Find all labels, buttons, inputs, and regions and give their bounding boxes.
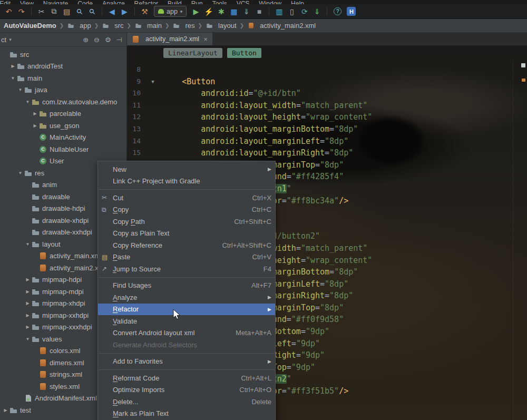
breadcrumb-tag-linearlayout[interactable]: LinearLayout — [163, 48, 222, 58]
menu-item-cut[interactable]: ✂CutCtrl+X — [98, 192, 275, 204]
menu-item-convert-android-layout-xml[interactable]: Convert Android layout xmlMeta+Alt+A — [98, 327, 275, 339]
attach-debugger-icon[interactable]: ⇓ — [241, 6, 252, 17]
tree-arrow-right-icon[interactable]: ▶ — [25, 277, 31, 282]
tree-item-mainactivity[interactable]: MainActivity — [0, 132, 126, 144]
settings-gear-icon[interactable]: ⚙ — [105, 36, 111, 44]
tree-arrow-right-icon[interactable]: ▶ — [25, 289, 31, 294]
breadcrumb-activity-main2-xml[interactable]: activity_main2.xml — [246, 21, 317, 30]
menu-item-jump-to-source[interactable]: ↗Jump to SourceF4 — [98, 263, 275, 275]
replace-icon[interactable]: ⚲ — [84, 4, 100, 19]
code-line-11[interactable]: 11 android:layout_width="match_parent" — [127, 100, 527, 112]
tree-item-use-gson[interactable]: ▶use_gson — [0, 120, 126, 132]
menu-item-mark-as-plain-text[interactable]: Mark as Plain Text — [98, 408, 275, 420]
tree-arrow-right-icon[interactable]: ▶ — [10, 64, 16, 69]
menu-view[interactable]: View — [20, 0, 34, 4]
tree-arrow-right-icon[interactable]: ▶ — [25, 325, 31, 329]
breadcrumb-autovaluedemo[interactable]: AutoValueDemo — [2, 21, 58, 30]
menu-help[interactable]: Help — [291, 0, 304, 4]
copy-icon[interactable]: ⧉ — [48, 6, 60, 17]
debug-icon[interactable]: ✱ — [216, 6, 227, 17]
code-line-13[interactable]: 13 android:layout_marginBottom="8dp" — [127, 123, 527, 135]
tree-item-parcelable[interactable]: ▶parcelable — [0, 108, 126, 120]
tree-item-src[interactable]: src — [0, 48, 126, 61]
locate-file-icon[interactable]: ⊕ — [83, 36, 89, 44]
code-line-8[interactable]: 8 — [127, 64, 527, 76]
breadcrumb-layout[interactable]: layout — [204, 21, 238, 30]
menu-vcs[interactable]: VCS — [237, 0, 250, 4]
sdk-manager-icon[interactable]: ⇓ — [311, 6, 323, 17]
menu-build[interactable]: Build — [168, 0, 182, 4]
menu-item-add-to-favorites[interactable]: Add to Favorites▶ — [98, 356, 275, 368]
panel-caret-icon[interactable]: ▾ — [9, 37, 12, 42]
paste-icon[interactable]: ▤ — [61, 6, 72, 17]
menu-item-copy[interactable]: ⧉CopyCtrl+C — [98, 204, 275, 216]
tree-arrow-down-icon[interactable]: ▼ — [25, 337, 31, 341]
apply-changes-icon[interactable]: ⚡ — [203, 6, 214, 17]
menu-run[interactable]: Run — [191, 0, 203, 4]
tree-item-com-lzw-autovalue-demo[interactable]: ▼com.lzw.autovalue.demo — [0, 96, 126, 108]
breadcrumb-res[interactable]: res — [171, 21, 196, 30]
tab-close-icon[interactable]: × — [203, 35, 208, 43]
breadcrumb-app[interactable]: app — [65, 21, 93, 30]
menu-item-paste[interactable]: ▤PasteCtrl+V — [98, 251, 275, 263]
tree-item-nullableuser[interactable]: NullableUser — [0, 143, 126, 155]
run-config-select[interactable]: app▾ — [154, 6, 187, 17]
device-file-explorer-icon[interactable]: ▥ — [274, 6, 285, 17]
code-line-12[interactable]: 12 android:layout_height="wrap_content" — [127, 111, 527, 123]
tree-arrow-right-icon[interactable]: ▶ — [3, 408, 8, 413]
project-panel-title[interactable]: ct — [1, 36, 6, 44]
menu-tools[interactable]: Tools — [212, 0, 227, 4]
cut-icon[interactable]: ✂ — [36, 6, 47, 17]
tree-arrow-down-icon[interactable]: ▼ — [25, 242, 31, 247]
forward-icon[interactable]: ▶ — [119, 6, 130, 17]
menu-item-refactor[interactable]: Refactor▶ — [98, 304, 275, 316]
menu-item-copy-as-plain-text[interactable]: Copy as Plain Text — [98, 228, 275, 240]
hms-tool-icon[interactable]: H — [347, 7, 356, 16]
menu-item-new[interactable]: New▶ — [98, 163, 275, 175]
back-icon[interactable]: ◀ — [106, 6, 118, 17]
menu-item-link-c-project-with-gradle[interactable]: Link C++ Project with Gradle — [98, 175, 275, 188]
tree-arrow-right-icon[interactable]: ▶ — [32, 111, 38, 116]
undo-icon[interactable]: ↶ — [3, 6, 14, 17]
hide-panel-icon[interactable]: ⊣ — [116, 36, 122, 44]
fold-arrow-icon[interactable]: ▼ — [143, 76, 163, 88]
build-icon[interactable]: ⚒ — [139, 6, 150, 17]
menu-item-optimize-imports[interactable]: Optimize ImportsCtrl+Alt+O — [98, 384, 275, 396]
redo-icon[interactable]: ↷ — [16, 6, 27, 17]
menu-item-analyze[interactable]: Analyze▶ — [98, 291, 275, 304]
menu-edit[interactable]: Edit — [0, 0, 11, 4]
menu-refactor[interactable]: Refactor — [134, 0, 158, 4]
code-line-15[interactable]: 15 android:layout_marginRight="8dp" — [127, 147, 527, 159]
stop-icon[interactable]: ■ — [253, 6, 265, 17]
tree-arrow-down-icon[interactable]: ▼ — [10, 76, 16, 81]
tree-item-androidtest[interactable]: ▶androidTest — [0, 61, 126, 73]
tree-arrow-right-icon[interactable]: ▶ — [25, 301, 31, 306]
sync-project-icon[interactable]: ⟳ — [299, 6, 310, 17]
menu-item-find-usages[interactable]: Find UsagesAlt+F7 — [98, 280, 275, 292]
breadcrumb-tag-button[interactable]: Button — [227, 48, 261, 58]
tree-arrow-down-icon[interactable]: ▼ — [17, 171, 23, 175]
menu-item-delete[interactable]: Delete...Delete — [98, 396, 275, 408]
code-line-14[interactable]: 14 android:layout_marginLeft="8dp" — [127, 135, 527, 148]
menu-item-copy-path[interactable]: Copy PathCtrl+Shift+C — [98, 216, 275, 228]
menu-navigate[interactable]: Navigate — [43, 0, 68, 4]
stripe-mark[interactable] — [522, 79, 525, 82]
code-line-9[interactable]: 9▼ <Button — [127, 76, 527, 88]
profiler-icon[interactable]: ▦ — [228, 6, 239, 17]
tree-arrow-right-icon[interactable]: ▶ — [25, 313, 31, 318]
menu-window[interactable]: Window — [259, 0, 281, 4]
tree-item-main[interactable]: ▼main — [0, 72, 126, 84]
tree-arrow-right-icon[interactable]: ▶ — [32, 123, 38, 128]
tree-item-java[interactable]: ▼java — [0, 84, 126, 96]
tab-activity-main2-xml[interactable]: activity_main2.xml × — [127, 33, 212, 45]
run-icon[interactable]: ▶ — [190, 6, 201, 17]
tree-arrow-down-icon[interactable]: ▼ — [25, 100, 31, 104]
collapse-all-icon[interactable]: ⊖ — [94, 36, 100, 44]
menu-item-reformat-code[interactable]: Reformat CodeCtrl+Alt+L — [98, 372, 275, 384]
help-icon[interactable]: ? — [334, 7, 341, 15]
menu-item-validate[interactable]: Validate — [98, 315, 275, 327]
avd-manager-icon[interactable]: ▯ — [286, 6, 297, 17]
error-stripe[interactable] — [521, 46, 527, 420]
breadcrumb-main[interactable]: main — [133, 21, 163, 30]
breadcrumb-src[interactable]: src — [100, 21, 125, 30]
